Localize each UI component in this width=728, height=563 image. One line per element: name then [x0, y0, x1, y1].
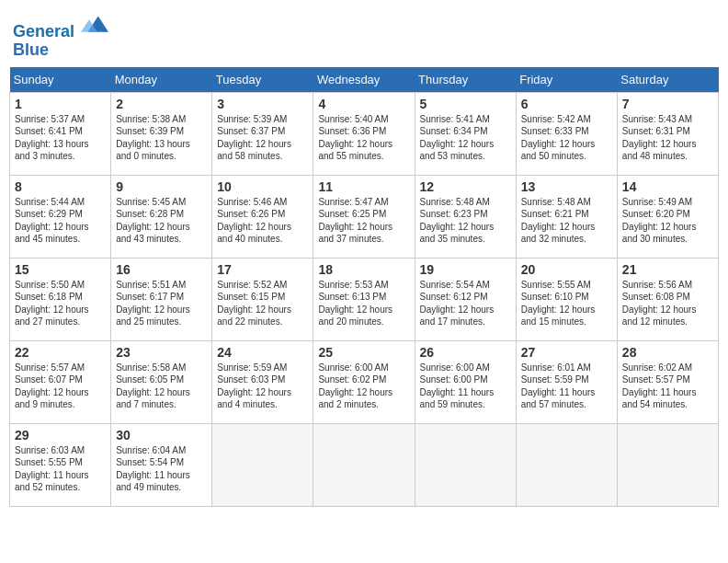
header-saturday: Saturday — [617, 67, 718, 93]
calendar-cell: 27Sunrise: 6:01 AMSunset: 5:59 PMDayligh… — [516, 340, 617, 423]
calendar-cell: 10Sunrise: 5:46 AMSunset: 6:26 PMDayligh… — [212, 175, 313, 258]
logo-blue: Blue — [13, 40, 49, 59]
day-number: 15 — [15, 262, 106, 277]
day-info: Sunrise: 6:01 AMSunset: 5:59 PMDaylight:… — [521, 362, 612, 411]
day-number: 23 — [116, 345, 207, 360]
day-number: 1 — [15, 97, 106, 111]
day-number: 14 — [622, 179, 713, 194]
calendar-cell: 18Sunrise: 5:53 AMSunset: 6:13 PMDayligh… — [313, 258, 415, 340]
day-info: Sunrise: 5:43 AMSunset: 6:31 PMDaylight:… — [622, 113, 713, 163]
day-number: 19 — [420, 262, 511, 277]
calendar-cell: 14Sunrise: 5:49 AMSunset: 6:20 PMDayligh… — [617, 175, 718, 258]
day-number: 2 — [116, 97, 207, 111]
calendar-cell: 2Sunrise: 5:38 AMSunset: 6:39 PMDaylight… — [111, 92, 212, 175]
day-number: 12 — [420, 179, 511, 194]
day-number: 11 — [318, 179, 409, 194]
day-info: Sunrise: 5:54 AMSunset: 6:12 PMDaylight:… — [420, 279, 511, 328]
day-number: 25 — [318, 345, 409, 360]
day-number: 18 — [318, 262, 409, 277]
calendar-cell — [617, 423, 718, 506]
calendar-cell: 28Sunrise: 6:02 AMSunset: 5:57 PMDayligh… — [617, 340, 718, 423]
calendar-cell — [516, 423, 617, 506]
calendar-cell: 9Sunrise: 5:45 AMSunset: 6:28 PMDaylight… — [111, 175, 212, 258]
header-wednesday: Wednesday — [313, 67, 415, 93]
day-info: Sunrise: 5:53 AMSunset: 6:13 PMDaylight:… — [318, 279, 409, 328]
day-number: 28 — [622, 345, 713, 360]
header-tuesday: Tuesday — [212, 67, 313, 93]
day-info: Sunrise: 5:55 AMSunset: 6:10 PMDaylight:… — [521, 279, 612, 328]
calendar-cell — [415, 423, 516, 506]
day-number: 30 — [116, 428, 207, 442]
calendar-cell: 4Sunrise: 5:40 AMSunset: 6:36 PMDaylight… — [313, 92, 415, 175]
calendar-week-4: 22Sunrise: 5:57 AMSunset: 6:07 PMDayligh… — [10, 340, 719, 423]
calendar-header: SundayMondayTuesdayWednesdayThursdayFrid… — [10, 67, 719, 93]
day-number: 7 — [622, 97, 713, 111]
day-number: 21 — [622, 262, 713, 277]
day-number: 29 — [15, 428, 106, 442]
day-number: 27 — [521, 345, 612, 360]
calendar-cell: 21Sunrise: 5:56 AMSunset: 6:08 PMDayligh… — [617, 258, 718, 340]
day-info: Sunrise: 5:52 AMSunset: 6:15 PMDaylight:… — [217, 279, 308, 328]
day-number: 26 — [420, 345, 511, 360]
day-info: Sunrise: 5:39 AMSunset: 6:37 PMDaylight:… — [217, 113, 308, 163]
day-number: 13 — [521, 179, 612, 194]
day-info: Sunrise: 5:50 AMSunset: 6:18 PMDaylight:… — [15, 279, 106, 328]
day-info: Sunrise: 5:51 AMSunset: 6:17 PMDaylight:… — [116, 279, 207, 328]
day-info: Sunrise: 5:47 AMSunset: 6:25 PMDaylight:… — [318, 196, 409, 246]
calendar-cell: 13Sunrise: 5:48 AMSunset: 6:21 PMDayligh… — [516, 175, 617, 258]
logo-general: General — [13, 22, 74, 40]
calendar-cell: 11Sunrise: 5:47 AMSunset: 6:25 PMDayligh… — [313, 175, 415, 258]
calendar-cell: 1Sunrise: 5:37 AMSunset: 6:41 PMDaylight… — [10, 92, 111, 175]
calendar-cell: 15Sunrise: 5:50 AMSunset: 6:18 PMDayligh… — [10, 258, 111, 340]
day-info: Sunrise: 5:58 AMSunset: 6:05 PMDaylight:… — [116, 362, 207, 411]
day-info: Sunrise: 5:45 AMSunset: 6:28 PMDaylight:… — [116, 196, 207, 246]
day-info: Sunrise: 5:49 AMSunset: 6:20 PMDaylight:… — [622, 196, 713, 246]
calendar-cell: 17Sunrise: 5:52 AMSunset: 6:15 PMDayligh… — [212, 258, 313, 340]
day-number: 20 — [521, 262, 612, 277]
logo: General Blue — [13, 13, 108, 60]
day-info: Sunrise: 6:04 AMSunset: 5:54 PMDaylight:… — [116, 444, 207, 494]
header-monday: Monday — [111, 67, 212, 93]
calendar-table: SundayMondayTuesdayWednesdayThursdayFrid… — [9, 67, 719, 507]
calendar-cell: 6Sunrise: 5:42 AMSunset: 6:33 PMDaylight… — [516, 92, 617, 175]
calendar-cell: 30Sunrise: 6:04 AMSunset: 5:54 PMDayligh… — [111, 423, 212, 506]
calendar-week-5: 29Sunrise: 6:03 AMSunset: 5:55 PMDayligh… — [10, 423, 719, 506]
calendar-cell: 7Sunrise: 5:43 AMSunset: 6:31 PMDaylight… — [617, 92, 718, 175]
day-number: 9 — [116, 179, 207, 194]
day-info: Sunrise: 6:00 AMSunset: 6:02 PMDaylight:… — [318, 362, 409, 411]
calendar-cell: 25Sunrise: 6:00 AMSunset: 6:02 PMDayligh… — [313, 340, 415, 423]
calendar-cell: 8Sunrise: 5:44 AMSunset: 6:29 PMDaylight… — [10, 175, 111, 258]
day-info: Sunrise: 5:48 AMSunset: 6:21 PMDaylight:… — [521, 196, 612, 246]
day-info: Sunrise: 5:38 AMSunset: 6:39 PMDaylight:… — [116, 113, 207, 163]
calendar-cell — [212, 423, 313, 506]
day-info: Sunrise: 5:41 AMSunset: 6:34 PMDaylight:… — [420, 113, 511, 163]
calendar-week-2: 8Sunrise: 5:44 AMSunset: 6:29 PMDaylight… — [10, 175, 719, 258]
header-friday: Friday — [516, 67, 617, 93]
calendar-cell: 16Sunrise: 5:51 AMSunset: 6:17 PMDayligh… — [111, 258, 212, 340]
calendar-cell: 12Sunrise: 5:48 AMSunset: 6:23 PMDayligh… — [415, 175, 516, 258]
page-header: General Blue — [9, 9, 719, 60]
day-number: 4 — [318, 97, 409, 111]
calendar-cell: 3Sunrise: 5:39 AMSunset: 6:37 PMDaylight… — [212, 92, 313, 175]
day-info: Sunrise: 5:48 AMSunset: 6:23 PMDaylight:… — [420, 196, 511, 246]
day-number: 16 — [116, 262, 207, 277]
calendar-cell: 24Sunrise: 5:59 AMSunset: 6:03 PMDayligh… — [212, 340, 313, 423]
day-info: Sunrise: 5:46 AMSunset: 6:26 PMDaylight:… — [217, 196, 308, 246]
day-number: 10 — [217, 179, 308, 194]
calendar-cell: 29Sunrise: 6:03 AMSunset: 5:55 PMDayligh… — [10, 423, 111, 506]
header-sunday: Sunday — [10, 67, 111, 93]
day-info: Sunrise: 6:03 AMSunset: 5:55 PMDaylight:… — [15, 444, 106, 494]
calendar-cell: 5Sunrise: 5:41 AMSunset: 6:34 PMDaylight… — [415, 92, 516, 175]
calendar-cell: 22Sunrise: 5:57 AMSunset: 6:07 PMDayligh… — [10, 340, 111, 423]
day-info: Sunrise: 5:59 AMSunset: 6:03 PMDaylight:… — [217, 362, 308, 411]
calendar-week-3: 15Sunrise: 5:50 AMSunset: 6:18 PMDayligh… — [10, 258, 719, 340]
day-number: 6 — [521, 97, 612, 111]
calendar-cell: 26Sunrise: 6:00 AMSunset: 6:00 PMDayligh… — [415, 340, 516, 423]
day-number: 5 — [420, 97, 511, 111]
calendar-cell: 20Sunrise: 5:55 AMSunset: 6:10 PMDayligh… — [516, 258, 617, 340]
day-info: Sunrise: 5:44 AMSunset: 6:29 PMDaylight:… — [15, 196, 106, 246]
day-number: 3 — [217, 97, 308, 111]
day-number: 8 — [15, 179, 106, 194]
calendar-cell — [313, 423, 415, 506]
day-info: Sunrise: 5:57 AMSunset: 6:07 PMDaylight:… — [15, 362, 106, 411]
